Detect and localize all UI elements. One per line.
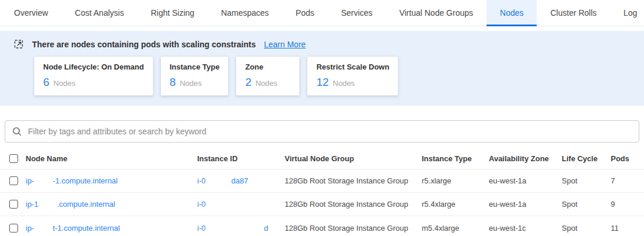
pods-cell: 11 <box>611 224 644 232</box>
tab-namespaces[interactable]: Namespaces <box>208 0 282 26</box>
card-unit: Nodes <box>54 79 76 88</box>
life-cycle-cell: Spot <box>562 176 611 185</box>
nodes-table: Node Name Instance ID Virtual Node Group… <box>0 148 644 236</box>
table-row: ip- -1.compute.internal i-0 da87 128Gb R… <box>0 169 644 193</box>
virtual-node-group-cell: 128Gb Root Storage Instance Group <box>285 176 422 185</box>
availability-zone-cell: eu-west-1a <box>489 176 562 185</box>
instance-type-cell: r5.xlarge <box>422 176 489 185</box>
instance-id-prefix: i-0 <box>197 200 205 209</box>
card-title: Zone <box>245 63 290 71</box>
row-checkbox[interactable] <box>9 176 18 185</box>
constraint-card-node-lifecycle[interactable]: Node Lifecycle: On Demand 6 Nodes <box>34 56 153 96</box>
redacted-text <box>34 177 52 185</box>
virtual-node-group-cell: 128Gb Root Storage Instance Group <box>285 200 422 209</box>
redacted-text <box>205 177 231 185</box>
life-cycle-cell: Spot <box>562 224 611 232</box>
constraint-cards: Node Lifecycle: On Demand 6 Nodes Instan… <box>34 56 630 96</box>
virtual-node-group-cell: 128Gb Root Storage Instance Group <box>285 224 422 232</box>
node-name-prefix: ip- <box>26 224 34 232</box>
card-unit: Nodes <box>256 79 278 88</box>
node-name-prefix: ip- <box>26 176 34 185</box>
instance-id-link[interactable]: i-0 da87 <box>197 176 285 185</box>
instance-id-prefix: i-0 <box>197 224 205 232</box>
card-title: Instance Type <box>170 63 220 71</box>
tab-cluster-rolls[interactable]: Cluster Rolls <box>537 0 610 26</box>
search-input[interactable] <box>28 127 632 136</box>
card-title: Restrict Scale Down <box>316 63 389 71</box>
tab-log[interactable]: Log <box>610 0 644 26</box>
constraint-card-zone[interactable]: Zone 2 Nodes <box>236 56 300 96</box>
column-header-life-cycle[interactable]: Life Cycle <box>562 154 611 163</box>
instance-id-link[interactable]: i-0 <box>197 200 285 209</box>
card-count: 12 <box>316 76 328 89</box>
column-header-instance-id[interactable]: Instance ID <box>197 154 285 163</box>
node-name-suffix: .compute.internal <box>57 200 116 209</box>
instance-id-suffix: da87 <box>231 176 248 185</box>
availability-zone-cell: eu-west-1a <box>489 200 562 209</box>
row-checkbox[interactable] <box>9 224 18 232</box>
instance-id-prefix: i-0 <box>197 176 205 185</box>
tab-virtual-node-groups[interactable]: Virtual Node Groups <box>386 0 487 26</box>
learn-more-link[interactable]: Learn More <box>264 40 306 49</box>
search-icon <box>12 127 22 137</box>
row-checkbox[interactable] <box>9 200 18 209</box>
redacted-text <box>205 224 264 232</box>
card-count: 2 <box>245 76 251 89</box>
node-name-link[interactable]: ip- -1.compute.internal <box>26 176 197 185</box>
availability-zone-cell: eu-west-1c <box>489 224 562 232</box>
card-count: 6 <box>43 76 50 89</box>
node-name-suffix: -1.compute.internal <box>52 176 117 185</box>
column-header-availability-zone[interactable]: Availability Zone <box>489 154 562 163</box>
card-unit: Nodes <box>333 79 355 88</box>
column-header-virtual-node-group[interactable]: Virtual Node Group <box>285 154 422 163</box>
card-title: Node Lifecycle: On Demand <box>43 63 144 71</box>
scale-up-constraint-icon <box>14 39 24 49</box>
card-count: 8 <box>170 76 176 89</box>
node-name-prefix: ip-1 <box>26 200 38 209</box>
table-header-row: Node Name Instance ID Virtual Node Group… <box>0 148 644 169</box>
banner-message: There are nodes containing pods with sca… <box>32 40 256 49</box>
filter-search-bar <box>5 120 639 143</box>
pods-cell: 7 <box>611 176 644 185</box>
constraint-card-restrict-scale-down[interactable]: Restrict Scale Down 12 Nodes <box>307 56 398 96</box>
tab-cost-analysis[interactable]: Cost Analysis <box>61 0 137 26</box>
tab-services[interactable]: Services <box>328 0 386 26</box>
column-header-node-name[interactable]: Node Name <box>26 154 197 163</box>
card-unit: Nodes <box>180 79 202 88</box>
node-name-suffix: t-1.compute.internal <box>52 224 120 232</box>
select-all-checkbox[interactable] <box>9 154 18 163</box>
scaling-constraints-banner: There are nodes containing pods with sca… <box>0 31 644 106</box>
instance-id-suffix: d <box>264 224 268 232</box>
instance-type-cell: r5.4xlarge <box>422 200 489 209</box>
tab-nodes[interactable]: Nodes <box>487 0 537 26</box>
pods-cell: 9 <box>611 200 644 209</box>
node-name-link[interactable]: ip-1 .compute.internal <box>26 200 197 209</box>
tab-right-sizing[interactable]: Right Sizing <box>137 0 208 26</box>
tab-pods[interactable]: Pods <box>282 0 328 26</box>
redacted-text <box>38 200 57 209</box>
instance-id-link[interactable]: i-0 d <box>197 224 285 232</box>
cluster-tab-bar: Overview Cost Analysis Right Sizing Name… <box>0 0 644 26</box>
table-row: ip-1 .compute.internal i-0 128Gb Root St… <box>0 193 644 216</box>
node-name-link[interactable]: ip- t-1.compute.internal <box>26 224 197 232</box>
life-cycle-cell: Spot <box>562 200 611 209</box>
redacted-text <box>34 224 52 232</box>
instance-type-cell: m5.4xlarge <box>422 224 489 232</box>
column-header-pods[interactable]: Pods <box>611 154 644 163</box>
table-row: ip- t-1.compute.internal i-0 d 128Gb Roo… <box>0 216 644 236</box>
constraint-card-instance-type[interactable]: Instance Type 8 Nodes <box>160 56 229 96</box>
column-header-instance-type[interactable]: Instance Type <box>422 154 489 163</box>
tab-overview[interactable]: Overview <box>1 0 61 26</box>
